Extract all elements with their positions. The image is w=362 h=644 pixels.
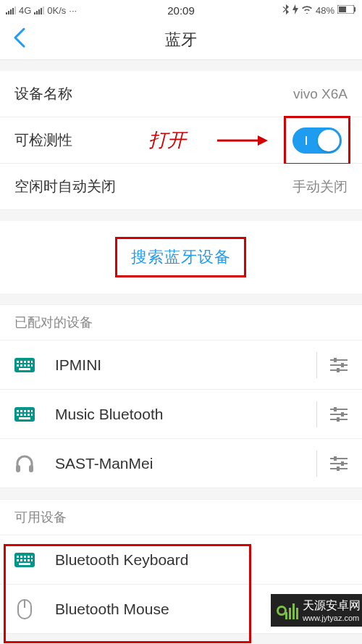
device-settings-button[interactable] (330, 406, 348, 422)
device-name-label: Bluetooth Keyboard (55, 551, 348, 569)
paired-devices-header: 已配对的设备 (0, 304, 362, 340)
signal-icon (6, 6, 16, 14)
watermark-name: 天源安卓网 (303, 598, 361, 614)
svg-rect-32 (31, 414, 33, 416)
more-icon: ··· (69, 5, 77, 16)
svg-rect-57 (28, 559, 30, 561)
svg-rect-14 (31, 364, 33, 367)
device-settings-button[interactable] (330, 357, 348, 373)
svg-rect-47 (337, 467, 340, 471)
svg-rect-51 (24, 556, 26, 558)
svg-rect-7 (24, 361, 26, 363)
svg-rect-40 (16, 465, 20, 472)
svg-rect-29 (20, 414, 22, 416)
device-name-label: Music Bluetooth (55, 406, 309, 423)
svg-rect-2 (339, 7, 346, 12)
discoverable-toggle[interactable] (292, 127, 342, 154)
svg-rect-53 (31, 556, 33, 558)
svg-rect-59 (19, 563, 30, 565)
divider (316, 352, 317, 378)
svg-rect-58 (31, 559, 33, 561)
charging-icon (292, 4, 298, 17)
device-settings-button[interactable] (330, 456, 348, 472)
annotation-arrow-icon (217, 135, 268, 146)
svg-rect-35 (334, 407, 337, 411)
svg-rect-39 (337, 417, 340, 422)
mouse-icon (14, 599, 35, 619)
svg-rect-23 (17, 410, 19, 412)
wifi-icon (301, 5, 313, 16)
discoverable-row: 可检测性 打开 (0, 117, 362, 164)
svg-rect-50 (20, 556, 22, 558)
keyboard-icon (14, 358, 35, 372)
svg-rect-1 (354, 7, 355, 12)
svg-rect-45 (341, 461, 344, 466)
headphones-icon (14, 454, 35, 473)
svg-rect-27 (31, 410, 33, 412)
svg-rect-11 (20, 364, 22, 367)
signal-icon-2 (34, 6, 44, 14)
device-name-row[interactable]: 设备名称 vivo X6A (0, 71, 362, 117)
keyboard-icon (14, 553, 35, 567)
svg-rect-10 (17, 364, 19, 367)
watermark: 天源安卓网 www.jytyaz.com (271, 594, 362, 627)
network-type: 4G (19, 5, 31, 16)
svg-rect-9 (31, 361, 33, 363)
svg-rect-24 (20, 410, 22, 412)
svg-rect-5 (17, 361, 19, 363)
annotation-open-text: 打开 (148, 127, 186, 153)
device-row[interactable]: Music Bluetooth (0, 390, 362, 439)
svg-rect-37 (341, 412, 344, 417)
svg-rect-12 (24, 364, 26, 367)
svg-rect-28 (17, 414, 19, 416)
device-name-label: SAST-ManMei (55, 455, 309, 472)
watermark-logo-icon (277, 600, 298, 622)
svg-rect-15 (19, 368, 30, 370)
svg-rect-52 (28, 556, 30, 558)
device-row[interactable]: Bluetooth Keyboard (0, 535, 362, 585)
net-speed: 0K/s (47, 5, 66, 16)
svg-rect-31 (28, 414, 30, 416)
idle-off-value: 手动关闭 (292, 177, 348, 196)
status-left: 4G 0K/s ··· (6, 5, 77, 16)
svg-rect-55 (20, 559, 22, 561)
page-header: 蓝牙 (0, 20, 362, 60)
divider (316, 451, 317, 477)
page-title: 蓝牙 (165, 29, 197, 51)
svg-rect-13 (28, 364, 30, 367)
idle-off-row[interactable]: 空闲时自动关闭 手动关闭 (0, 164, 362, 210)
available-devices-header: 可用设备 (0, 499, 362, 535)
svg-rect-21 (337, 368, 340, 372)
svg-rect-49 (17, 556, 19, 558)
search-devices-label: 搜索蓝牙设备 (131, 246, 231, 268)
svg-rect-8 (28, 361, 30, 363)
svg-rect-30 (24, 414, 26, 416)
device-row[interactable]: IPMINI (0, 340, 362, 390)
keyboard-icon (14, 407, 35, 422)
svg-rect-26 (28, 410, 30, 412)
device-row[interactable]: SAST-ManMei (0, 439, 362, 488)
back-button[interactable] (13, 28, 26, 53)
battery-icon (337, 5, 356, 16)
bluetooth-icon (282, 4, 290, 17)
svg-rect-25 (24, 410, 26, 412)
svg-rect-17 (334, 358, 337, 362)
svg-rect-33 (19, 417, 30, 419)
device-name-label: 设备名称 (14, 84, 72, 104)
idle-off-label: 空闲时自动关闭 (14, 177, 116, 196)
svg-rect-41 (29, 465, 33, 472)
svg-rect-56 (24, 559, 26, 561)
divider (316, 401, 317, 427)
svg-rect-19 (341, 363, 344, 367)
watermark-url: www.jytyaz.com (303, 614, 361, 622)
status-time: 20:09 (167, 4, 195, 17)
device-name-label: IPMINI (55, 356, 309, 374)
svg-rect-54 (17, 559, 19, 561)
status-right: 48% (282, 4, 356, 17)
svg-rect-43 (334, 456, 337, 461)
discoverable-label: 可检测性 (14, 130, 72, 150)
search-devices-button[interactable]: 搜索蓝牙设备 (0, 221, 362, 293)
battery-pct: 48% (316, 5, 334, 16)
svg-rect-6 (20, 361, 22, 363)
status-bar: 4G 0K/s ··· 20:09 48% (0, 0, 362, 20)
